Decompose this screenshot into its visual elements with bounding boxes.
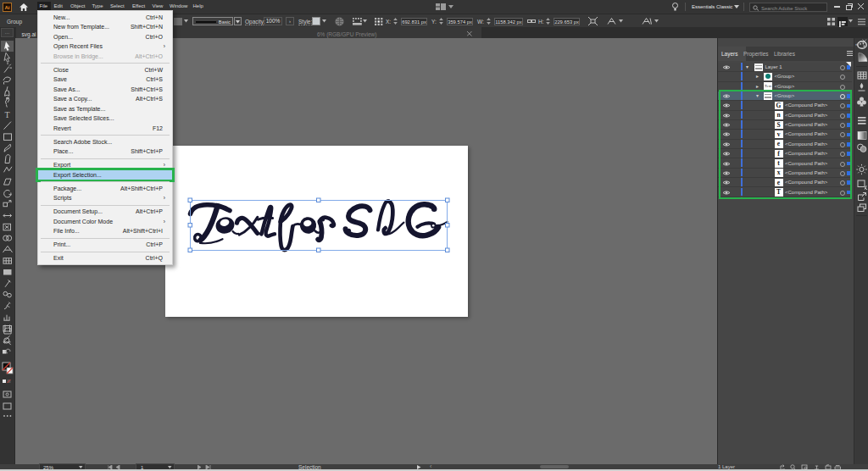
- svg-text:T: T: [5, 110, 10, 119]
